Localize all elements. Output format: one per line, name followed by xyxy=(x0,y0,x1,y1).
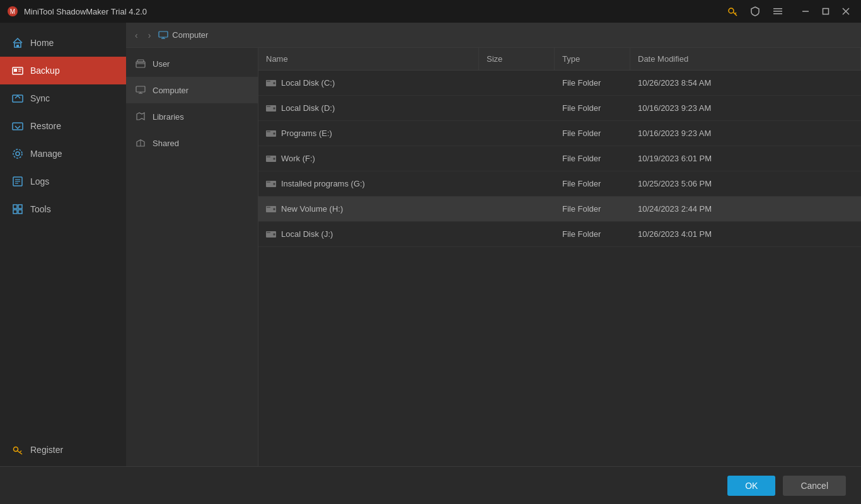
table-row[interactable]: New Volume (H:) File Folder 10/24/2023 2… xyxy=(258,197,861,222)
column-header-type[interactable]: Type xyxy=(555,48,630,70)
title-bar: M MiniTool ShadowMaker Trial 4.2.0 xyxy=(0,0,861,23)
sidebar-label-tools: Tools xyxy=(30,204,51,214)
close-button[interactable] xyxy=(837,3,855,20)
svg-rect-27 xyxy=(18,205,22,209)
shared-tree-icon xyxy=(135,137,146,149)
content-area: ‹ › Computer xyxy=(126,23,861,504)
file-type-cell: File Folder xyxy=(555,71,630,95)
svg-point-63 xyxy=(274,183,275,185)
sidebar-item-tools[interactable]: Tools xyxy=(0,195,126,223)
tree-label-shared: Shared xyxy=(153,139,179,148)
svg-rect-15 xyxy=(14,69,17,72)
file-list-header: Name Size Type Date Modified xyxy=(258,48,861,71)
svg-point-51 xyxy=(274,108,275,109)
svg-rect-61 xyxy=(267,181,270,183)
shield-icon[interactable] xyxy=(746,3,764,20)
minimize-button[interactable] xyxy=(797,3,814,20)
file-type-cell: File Folder xyxy=(555,121,630,146)
sidebar-label-logs: Logs xyxy=(30,176,49,186)
svg-rect-26 xyxy=(13,205,17,209)
table-row[interactable]: Work (F:) File Folder 10/19/2023 6:01 PM xyxy=(258,146,861,171)
svg-line-4 xyxy=(735,13,736,14)
file-rows: Local Disk (C:) File Folder 10/26/2023 8… xyxy=(258,71,861,247)
file-size-cell xyxy=(479,71,555,95)
file-browser: User Computer xyxy=(126,48,861,504)
disk-icon xyxy=(266,155,276,163)
file-size-cell xyxy=(479,197,555,221)
manage-icon xyxy=(11,147,24,160)
svg-point-47 xyxy=(274,83,275,84)
svg-point-71 xyxy=(274,234,275,235)
disk-icon xyxy=(266,130,276,137)
breadcrumb: Computer xyxy=(158,30,208,40)
svg-point-30 xyxy=(14,447,18,452)
tools-icon xyxy=(11,203,24,215)
key-icon[interactable] xyxy=(724,3,741,20)
back-button[interactable]: ‹ xyxy=(132,28,141,43)
svg-point-55 xyxy=(274,133,275,134)
table-row[interactable]: Local Disk (C:) File Folder 10/26/2023 8… xyxy=(258,71,861,96)
sidebar-item-restore[interactable]: Restore xyxy=(0,112,126,140)
tree-item-libraries[interactable]: Libraries xyxy=(126,103,258,130)
forward-button[interactable]: › xyxy=(146,28,154,43)
sidebar-label-home: Home xyxy=(30,38,54,48)
svg-point-2 xyxy=(729,8,734,13)
file-type-cell: File Folder xyxy=(555,197,630,221)
app-icon: M xyxy=(6,5,19,18)
svg-rect-29 xyxy=(18,210,22,214)
sidebar-item-manage[interactable]: Manage xyxy=(0,140,126,168)
register-icon xyxy=(11,444,24,456)
table-row[interactable]: Programs (E:) File Folder 10/16/2023 9:2… xyxy=(258,121,861,146)
column-header-date[interactable]: Date Modified xyxy=(630,48,861,70)
svg-rect-9 xyxy=(823,9,829,14)
column-header-size[interactable]: Size xyxy=(479,48,555,70)
menu-icon[interactable] xyxy=(769,3,787,20)
file-type-cell: File Folder xyxy=(555,96,630,120)
svg-rect-39 xyxy=(137,60,144,62)
sidebar-item-logs[interactable]: Logs xyxy=(0,168,126,195)
restore-button[interactable] xyxy=(817,3,835,20)
sidebar-item-home[interactable]: Home xyxy=(0,29,126,57)
file-size-cell xyxy=(479,146,555,171)
ok-button[interactable]: OK xyxy=(727,476,775,496)
file-date-cell: 10/26/2023 4:01 PM xyxy=(630,222,861,246)
column-header-name[interactable]: Name xyxy=(258,48,479,70)
main-layout: Home Backup Sync xyxy=(0,23,861,504)
file-date-cell: 10/26/2023 8:54 AM xyxy=(630,71,861,95)
file-name-cell: Local Disk (C:) xyxy=(258,71,479,95)
backup-icon xyxy=(11,64,24,77)
libraries-tree-icon xyxy=(135,111,146,122)
svg-rect-5 xyxy=(773,8,782,9)
sidebar-label-restore: Restore xyxy=(30,121,61,131)
sync-icon xyxy=(11,92,24,105)
action-bar: OK Cancel xyxy=(0,466,861,504)
tree-label-libraries: Libraries xyxy=(153,112,184,122)
svg-rect-57 xyxy=(267,156,270,158)
file-type-cell: File Folder xyxy=(555,171,630,196)
file-name-cell: Local Disk (D:) xyxy=(258,96,479,120)
tree-label-user: User xyxy=(153,59,170,69)
table-row[interactable]: Installed programs (G:) File Folder 10/2… xyxy=(258,171,861,197)
title-icons xyxy=(724,3,787,20)
svg-rect-53 xyxy=(267,131,270,132)
table-row[interactable]: Local Disk (J:) File Folder 10/26/2023 4… xyxy=(258,222,861,247)
sidebar-item-backup[interactable]: Backup xyxy=(0,57,126,84)
file-size-cell xyxy=(479,121,555,146)
cancel-button[interactable]: Cancel xyxy=(783,476,846,496)
table-row[interactable]: Local Disk (D:) File Folder 10/16/2023 9… xyxy=(258,96,861,121)
tree-item-user[interactable]: User xyxy=(126,50,258,77)
breadcrumb-bar: ‹ › Computer xyxy=(126,23,861,48)
file-date-cell: 10/19/2023 6:01 PM xyxy=(630,146,861,171)
sidebar-item-register[interactable]: Register xyxy=(0,436,126,464)
svg-point-21 xyxy=(13,149,22,158)
svg-text:M: M xyxy=(10,8,15,15)
file-name-cell: Local Disk (J:) xyxy=(258,222,479,246)
svg-rect-65 xyxy=(267,207,270,208)
svg-rect-13 xyxy=(16,45,19,47)
tree-item-computer[interactable]: Computer xyxy=(126,77,258,103)
window-controls[interactable] xyxy=(797,3,855,20)
tree-item-shared[interactable]: Shared xyxy=(126,130,258,156)
sidebar-item-sync[interactable]: Sync xyxy=(0,84,126,112)
disk-icon xyxy=(266,231,276,238)
svg-rect-45 xyxy=(267,81,270,82)
